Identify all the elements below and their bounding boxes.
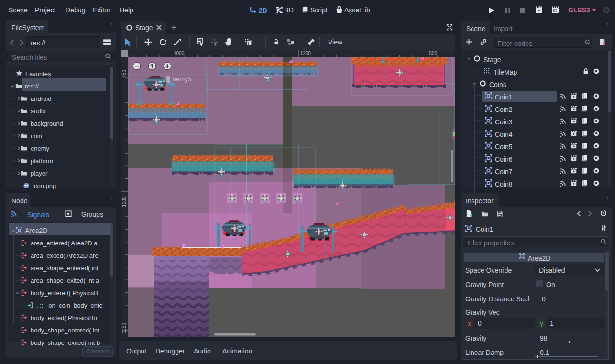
svg-text:750: 750 (121, 70, 127, 78)
svg-text:1500: 1500 (427, 51, 438, 56)
svg-text:1250: 1250 (121, 323, 127, 334)
svg-text:1000: 1000 (174, 51, 185, 56)
svg-text:1000: 1000 (121, 196, 127, 207)
svg-text:1250: 1250 (300, 51, 311, 56)
svg-text:Enemy5: Enemy5 (168, 76, 191, 83)
